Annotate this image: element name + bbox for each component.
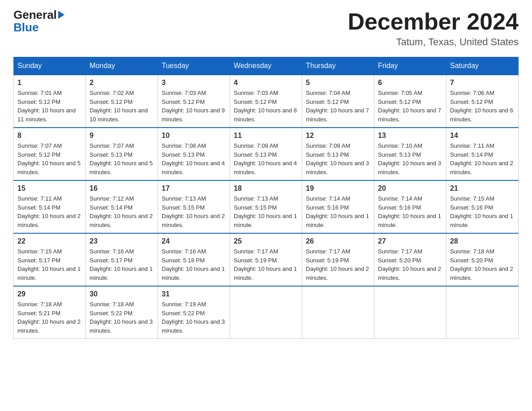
day-number: 4 <box>234 79 298 87</box>
calendar-day-cell: 6 Sunrise: 7:05 AM Sunset: 5:12 PM Dayli… <box>374 75 446 128</box>
calendar-week-row: 22 Sunrise: 7:15 AM Sunset: 5:17 PM Dayl… <box>14 233 519 286</box>
calendar-day-cell: 19 Sunrise: 7:14 AM Sunset: 5:16 PM Dayl… <box>302 180 374 233</box>
calendar-day-cell: 4 Sunrise: 7:03 AM Sunset: 5:12 PM Dayli… <box>230 75 302 128</box>
calendar-week-row: 29 Sunrise: 7:18 AM Sunset: 5:21 PM Dayl… <box>14 286 519 339</box>
day-info: Sunrise: 7:09 AM Sunset: 5:13 PM Dayligh… <box>234 141 298 176</box>
day-info: Sunrise: 7:07 AM Sunset: 5:12 PM Dayligh… <box>17 141 82 176</box>
day-info: Sunrise: 7:03 AM Sunset: 5:12 PM Dayligh… <box>234 89 298 124</box>
day-number: 14 <box>450 132 515 140</box>
day-number: 23 <box>90 237 154 245</box>
day-info: Sunrise: 7:15 AM Sunset: 5:16 PM Dayligh… <box>450 194 515 229</box>
day-number: 18 <box>234 184 298 193</box>
calendar-day-cell: 30 Sunrise: 7:18 AM Sunset: 5:22 PM Dayl… <box>86 286 158 339</box>
calendar-day-cell <box>302 286 374 339</box>
calendar-day-cell: 2 Sunrise: 7:02 AM Sunset: 5:12 PM Dayli… <box>86 75 158 128</box>
day-number: 29 <box>17 290 82 298</box>
day-number: 28 <box>450 237 515 245</box>
calendar-week-row: 8 Sunrise: 7:07 AM Sunset: 5:12 PM Dayli… <box>14 128 519 180</box>
day-info: Sunrise: 7:10 AM Sunset: 5:13 PM Dayligh… <box>378 141 442 176</box>
calendar-day-cell: 18 Sunrise: 7:13 AM Sunset: 5:15 PM Dayl… <box>230 180 302 233</box>
calendar-day-cell: 14 Sunrise: 7:11 AM Sunset: 5:14 PM Dayl… <box>446 128 519 180</box>
day-info: Sunrise: 7:17 AM Sunset: 5:19 PM Dayligh… <box>234 247 298 282</box>
calendar-day-cell: 10 Sunrise: 7:08 AM Sunset: 5:13 PM Dayl… <box>158 128 230 180</box>
header-sunday: Sunday <box>14 57 86 75</box>
day-number: 26 <box>306 237 370 245</box>
day-number: 10 <box>162 132 226 140</box>
logo-general-text: General <box>13 9 57 21</box>
day-info: Sunrise: 7:01 AM Sunset: 5:12 PM Dayligh… <box>17 89 82 124</box>
day-number: 21 <box>450 184 515 193</box>
day-number: 9 <box>90 132 154 140</box>
calendar-day-cell: 13 Sunrise: 7:10 AM Sunset: 5:13 PM Dayl… <box>374 128 446 180</box>
calendar-day-cell: 1 Sunrise: 7:01 AM Sunset: 5:12 PM Dayli… <box>14 75 86 128</box>
day-info: Sunrise: 7:12 AM Sunset: 5:14 PM Dayligh… <box>90 194 154 229</box>
calendar-day-cell: 16 Sunrise: 7:12 AM Sunset: 5:14 PM Dayl… <box>86 180 158 233</box>
day-info: Sunrise: 7:09 AM Sunset: 5:13 PM Dayligh… <box>306 141 370 176</box>
header-wednesday: Wednesday <box>230 57 302 75</box>
calendar-day-cell: 11 Sunrise: 7:09 AM Sunset: 5:13 PM Dayl… <box>230 128 302 180</box>
calendar-day-cell: 17 Sunrise: 7:13 AM Sunset: 5:15 PM Dayl… <box>158 180 230 233</box>
day-info: Sunrise: 7:15 AM Sunset: 5:17 PM Dayligh… <box>17 247 82 282</box>
day-info: Sunrise: 7:13 AM Sunset: 5:15 PM Dayligh… <box>162 194 226 229</box>
day-number: 2 <box>90 79 154 87</box>
calendar-day-cell: 27 Sunrise: 7:17 AM Sunset: 5:20 PM Dayl… <box>374 233 446 286</box>
title-area: December 2024 Tatum, Texas, United State… <box>348 9 519 48</box>
day-number: 12 <box>306 132 370 140</box>
logo-line1: General <box>13 9 64 21</box>
calendar-week-row: 15 Sunrise: 7:11 AM Sunset: 5:14 PM Dayl… <box>14 180 519 233</box>
calendar-day-cell: 22 Sunrise: 7:15 AM Sunset: 5:17 PM Dayl… <box>14 233 86 286</box>
calendar-day-cell: 24 Sunrise: 7:16 AM Sunset: 5:18 PM Dayl… <box>158 233 230 286</box>
day-number: 19 <box>306 184 370 193</box>
page-header: General Blue December 2024 Tatum, Texas,… <box>13 9 519 48</box>
day-number: 17 <box>162 184 226 193</box>
day-number: 20 <box>378 184 442 193</box>
day-number: 25 <box>234 237 298 245</box>
calendar-day-cell: 8 Sunrise: 7:07 AM Sunset: 5:12 PM Dayli… <box>14 128 86 180</box>
calendar-day-cell: 3 Sunrise: 7:03 AM Sunset: 5:12 PM Dayli… <box>158 75 230 128</box>
day-number: 31 <box>162 290 226 298</box>
header-monday: Monday <box>86 57 158 75</box>
day-info: Sunrise: 7:19 AM Sunset: 5:22 PM Dayligh… <box>162 300 226 335</box>
calendar-day-cell <box>230 286 302 339</box>
location-title: Tatum, Texas, United States <box>348 36 519 48</box>
day-number: 16 <box>90 184 154 193</box>
calendar-day-cell: 29 Sunrise: 7:18 AM Sunset: 5:21 PM Dayl… <box>14 286 86 339</box>
day-number: 5 <box>306 79 370 87</box>
logo-line2: Blue <box>13 21 64 33</box>
day-info: Sunrise: 7:08 AM Sunset: 5:13 PM Dayligh… <box>162 141 226 176</box>
calendar-day-cell: 7 Sunrise: 7:06 AM Sunset: 5:12 PM Dayli… <box>446 75 519 128</box>
day-number: 11 <box>234 132 298 140</box>
day-info: Sunrise: 7:18 AM Sunset: 5:20 PM Dayligh… <box>450 247 515 282</box>
calendar-day-cell: 12 Sunrise: 7:09 AM Sunset: 5:13 PM Dayl… <box>302 128 374 180</box>
day-info: Sunrise: 7:16 AM Sunset: 5:18 PM Dayligh… <box>162 247 226 282</box>
day-number: 6 <box>378 79 442 87</box>
calendar-day-cell: 21 Sunrise: 7:15 AM Sunset: 5:16 PM Dayl… <box>446 180 519 233</box>
logo-arrow-icon <box>58 11 64 19</box>
day-info: Sunrise: 7:14 AM Sunset: 5:16 PM Dayligh… <box>306 194 370 229</box>
day-number: 24 <box>162 237 226 245</box>
day-number: 13 <box>378 132 442 140</box>
day-info: Sunrise: 7:03 AM Sunset: 5:12 PM Dayligh… <box>162 89 226 124</box>
logo: General Blue <box>13 9 64 33</box>
calendar-day-cell: 23 Sunrise: 7:16 AM Sunset: 5:17 PM Dayl… <box>86 233 158 286</box>
day-info: Sunrise: 7:17 AM Sunset: 5:20 PM Dayligh… <box>378 247 442 282</box>
day-info: Sunrise: 7:05 AM Sunset: 5:12 PM Dayligh… <box>378 89 442 124</box>
header-friday: Friday <box>374 57 446 75</box>
weekday-header-row: Sunday Monday Tuesday Wednesday Thursday… <box>14 57 519 75</box>
day-info: Sunrise: 7:11 AM Sunset: 5:14 PM Dayligh… <box>17 194 82 229</box>
day-info: Sunrise: 7:13 AM Sunset: 5:15 PM Dayligh… <box>234 194 298 229</box>
day-info: Sunrise: 7:04 AM Sunset: 5:12 PM Dayligh… <box>306 89 370 124</box>
calendar-day-cell: 25 Sunrise: 7:17 AM Sunset: 5:19 PM Dayl… <box>230 233 302 286</box>
day-number: 7 <box>450 79 515 87</box>
day-number: 8 <box>17 132 82 140</box>
day-info: Sunrise: 7:18 AM Sunset: 5:21 PM Dayligh… <box>17 300 82 335</box>
day-number: 15 <box>17 184 82 193</box>
header-thursday: Thursday <box>302 57 374 75</box>
calendar-day-cell: 15 Sunrise: 7:11 AM Sunset: 5:14 PM Dayl… <box>14 180 86 233</box>
month-title: December 2024 <box>348 9 519 34</box>
header-tuesday: Tuesday <box>158 57 230 75</box>
calendar-table: Sunday Monday Tuesday Wednesday Thursday… <box>13 57 519 339</box>
day-info: Sunrise: 7:14 AM Sunset: 5:16 PM Dayligh… <box>378 194 442 229</box>
calendar-day-cell: 9 Sunrise: 7:07 AM Sunset: 5:13 PM Dayli… <box>86 128 158 180</box>
day-info: Sunrise: 7:02 AM Sunset: 5:12 PM Dayligh… <box>90 89 154 124</box>
